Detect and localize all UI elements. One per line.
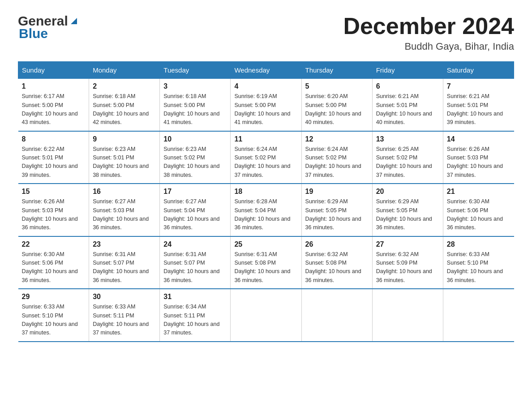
day-info: Sunrise: 6:34 AM Sunset: 5:11 PM Dayligh… [163,303,227,338]
calendar-table: Sunday Monday Tuesday Wednesday Thursday… [18,61,514,342]
day-number: 6 [376,82,439,90]
day-info: Sunrise: 6:29 AM Sunset: 5:05 PM Dayligh… [376,197,439,232]
day-number: 31 [163,293,227,301]
day-number: 16 [93,188,156,196]
day-number: 28 [447,240,511,248]
month-title: December 2024 [343,13,514,39]
page-header: General Blue December 2024 Buddh Gaya, B… [18,13,514,52]
day-number: 1 [22,82,86,90]
table-row: 15 Sunrise: 6:26 AM Sunset: 5:03 PM Dayl… [18,184,89,236]
day-number: 24 [163,240,227,248]
table-row [231,289,301,342]
table-row: 26 Sunrise: 6:32 AM Sunset: 5:08 PM Dayl… [301,236,372,289]
day-number: 8 [22,135,86,143]
calendar-week-row: 22 Sunrise: 6:30 AM Sunset: 5:06 PM Dayl… [18,236,514,289]
day-number: 19 [305,188,369,196]
day-info: Sunrise: 6:20 AM Sunset: 5:00 PM Dayligh… [305,92,369,127]
table-row: 21 Sunrise: 6:30 AM Sunset: 5:06 PM Dayl… [443,184,514,236]
day-info: Sunrise: 6:22 AM Sunset: 5:01 PM Dayligh… [22,145,86,180]
calendar-header-row: Sunday Monday Tuesday Wednesday Thursday… [18,62,514,79]
day-number: 22 [22,240,86,248]
day-info: Sunrise: 6:27 AM Sunset: 5:03 PM Dayligh… [93,197,156,232]
day-number: 17 [163,188,227,196]
day-info: Sunrise: 6:23 AM Sunset: 5:01 PM Dayligh… [93,145,156,180]
day-number: 3 [163,82,227,90]
col-sunday: Sunday [18,62,89,79]
day-info: Sunrise: 6:23 AM Sunset: 5:02 PM Dayligh… [163,145,227,180]
table-row: 24 Sunrise: 6:31 AM Sunset: 5:07 PM Dayl… [160,236,231,289]
day-number: 18 [234,188,297,196]
day-number: 25 [234,240,297,248]
day-info: Sunrise: 6:30 AM Sunset: 5:06 PM Dayligh… [447,197,511,232]
location-subtitle: Buddh Gaya, Bihar, India [343,41,514,52]
logo-blue-text: Blue [19,26,48,41]
day-info: Sunrise: 6:29 AM Sunset: 5:05 PM Dayligh… [305,197,369,232]
col-thursday: Thursday [301,62,372,79]
logo: General Blue [18,13,79,41]
table-row: 7 Sunrise: 6:21 AM Sunset: 5:01 PM Dayli… [443,79,514,131]
title-section: December 2024 Buddh Gaya, Bihar, India [343,13,514,52]
day-info: Sunrise: 6:26 AM Sunset: 5:03 PM Dayligh… [22,197,86,232]
calendar-week-row: 8 Sunrise: 6:22 AM Sunset: 5:01 PM Dayli… [18,131,514,184]
day-number: 5 [305,82,369,90]
col-friday: Friday [372,62,443,79]
day-info: Sunrise: 6:33 AM Sunset: 5:10 PM Dayligh… [22,303,86,338]
table-row: 25 Sunrise: 6:31 AM Sunset: 5:08 PM Dayl… [231,236,301,289]
calendar-week-row: 29 Sunrise: 6:33 AM Sunset: 5:10 PM Dayl… [18,289,514,342]
day-info: Sunrise: 6:27 AM Sunset: 5:04 PM Dayligh… [163,197,227,232]
day-info: Sunrise: 6:33 AM Sunset: 5:10 PM Dayligh… [447,250,511,285]
calendar-week-row: 1 Sunrise: 6:17 AM Sunset: 5:00 PM Dayli… [18,79,514,131]
table-row: 8 Sunrise: 6:22 AM Sunset: 5:01 PM Dayli… [18,131,89,184]
table-row: 9 Sunrise: 6:23 AM Sunset: 5:01 PM Dayli… [89,131,160,184]
table-row: 11 Sunrise: 6:24 AM Sunset: 5:02 PM Dayl… [231,131,301,184]
day-number: 14 [447,135,511,143]
day-info: Sunrise: 6:32 AM Sunset: 5:08 PM Dayligh… [305,250,369,285]
table-row: 20 Sunrise: 6:29 AM Sunset: 5:05 PM Dayl… [372,184,443,236]
day-number: 29 [22,293,86,301]
table-row: 19 Sunrise: 6:29 AM Sunset: 5:05 PM Dayl… [301,184,372,236]
svg-marker-0 [71,18,77,24]
logo-triangle-icon [69,16,79,26]
day-info: Sunrise: 6:28 AM Sunset: 5:04 PM Dayligh… [234,197,297,232]
calendar-week-row: 15 Sunrise: 6:26 AM Sunset: 5:03 PM Dayl… [18,184,514,236]
table-row: 30 Sunrise: 6:33 AM Sunset: 5:11 PM Dayl… [89,289,160,342]
table-row: 13 Sunrise: 6:25 AM Sunset: 5:02 PM Dayl… [372,131,443,184]
day-number: 9 [93,135,156,143]
day-number: 27 [376,240,439,248]
day-info: Sunrise: 6:18 AM Sunset: 5:00 PM Dayligh… [93,92,156,127]
day-info: Sunrise: 6:32 AM Sunset: 5:09 PM Dayligh… [376,250,439,285]
table-row: 29 Sunrise: 6:33 AM Sunset: 5:10 PM Dayl… [18,289,89,342]
table-row: 4 Sunrise: 6:19 AM Sunset: 5:00 PM Dayli… [231,79,301,131]
table-row: 27 Sunrise: 6:32 AM Sunset: 5:09 PM Dayl… [372,236,443,289]
col-saturday: Saturday [443,62,514,79]
day-info: Sunrise: 6:26 AM Sunset: 5:03 PM Dayligh… [447,145,511,180]
day-number: 11 [234,135,297,143]
day-info: Sunrise: 6:31 AM Sunset: 5:07 PM Dayligh… [163,250,227,285]
table-row [301,289,372,342]
day-number: 30 [93,293,156,301]
table-row: 28 Sunrise: 6:33 AM Sunset: 5:10 PM Dayl… [443,236,514,289]
day-info: Sunrise: 6:24 AM Sunset: 5:02 PM Dayligh… [305,145,369,180]
day-info: Sunrise: 6:18 AM Sunset: 5:00 PM Dayligh… [163,92,227,127]
col-wednesday: Wednesday [231,62,301,79]
day-number: 12 [305,135,369,143]
day-number: 26 [305,240,369,248]
table-row: 17 Sunrise: 6:27 AM Sunset: 5:04 PM Dayl… [160,184,231,236]
day-info: Sunrise: 6:31 AM Sunset: 5:07 PM Dayligh… [93,250,156,285]
table-row: 2 Sunrise: 6:18 AM Sunset: 5:00 PM Dayli… [89,79,160,131]
day-info: Sunrise: 6:21 AM Sunset: 5:01 PM Dayligh… [447,92,511,127]
day-info: Sunrise: 6:24 AM Sunset: 5:02 PM Dayligh… [234,145,297,180]
table-row: 5 Sunrise: 6:20 AM Sunset: 5:00 PM Dayli… [301,79,372,131]
day-info: Sunrise: 6:25 AM Sunset: 5:02 PM Dayligh… [376,145,439,180]
day-info: Sunrise: 6:21 AM Sunset: 5:01 PM Dayligh… [376,92,439,127]
col-tuesday: Tuesday [160,62,231,79]
day-number: 13 [376,135,439,143]
day-info: Sunrise: 6:33 AM Sunset: 5:11 PM Dayligh… [93,303,156,338]
table-row: 23 Sunrise: 6:31 AM Sunset: 5:07 PM Dayl… [89,236,160,289]
day-number: 4 [234,82,297,90]
day-number: 23 [93,240,156,248]
day-number: 21 [447,188,511,196]
table-row: 3 Sunrise: 6:18 AM Sunset: 5:00 PM Dayli… [160,79,231,131]
table-row: 31 Sunrise: 6:34 AM Sunset: 5:11 PM Dayl… [160,289,231,342]
table-row [443,289,514,342]
